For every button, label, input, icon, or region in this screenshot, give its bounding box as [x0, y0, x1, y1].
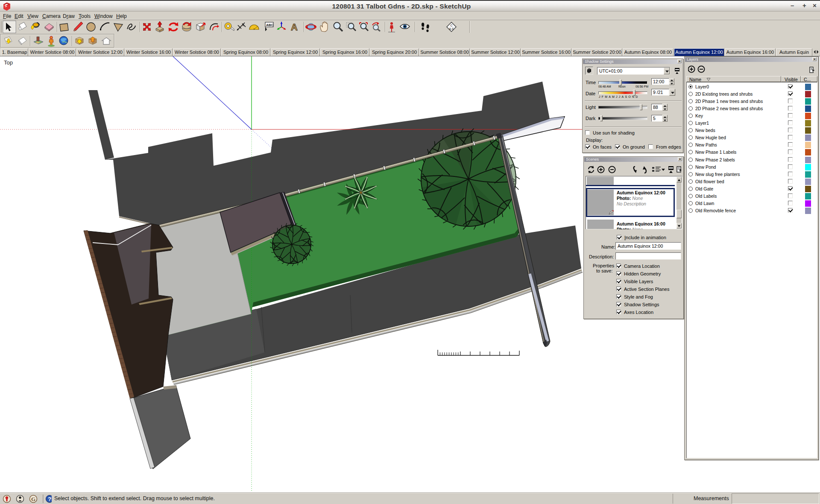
svg-text:?: ? — [48, 496, 51, 502]
svg-text:ABC: ABC — [266, 23, 274, 27]
svg-text:C: C — [450, 24, 452, 27]
svg-text:3: 3 — [242, 23, 244, 27]
svg-text:A-S: A-S — [449, 27, 454, 30]
svg-text:G: G — [31, 496, 35, 502]
svg-text:A: A — [291, 22, 298, 32]
